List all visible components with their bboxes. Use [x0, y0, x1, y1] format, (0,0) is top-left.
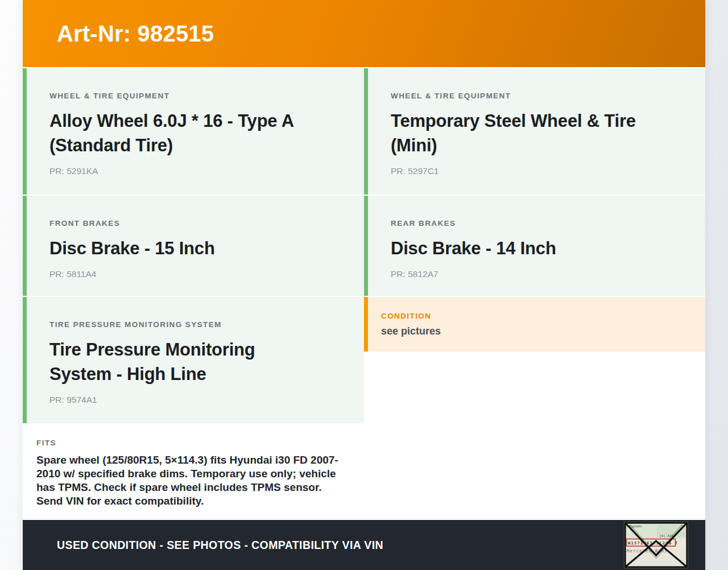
content: WHEEL & TIRE EQUIPMENT Alloy Wheel 6.0J … — [23, 67, 705, 520]
spec-card-pr-code: PR: 5291KA — [49, 166, 341, 176]
spec-card-title: Alloy Wheel 6.0J * 16 - Type A (Standard… — [49, 109, 314, 158]
spec-card-title: Disc Brake - 15 Inch — [49, 236, 314, 261]
condition-value: see pictures — [381, 325, 682, 337]
spec-card-title: Temporary Steel Wheel & Tire (Mini) — [391, 109, 655, 158]
vin-document-envelope-image: Fahrgestellnr. |4| A16 W1571463J3124B 7 … — [624, 522, 688, 568]
spec-card-front-brakes: FRONT BRAKES Disc Brake - 15 Inch PR: 58… — [23, 196, 364, 296]
product-sheet: Art-Nr: 982515 WHEEL & TIRE EQUIPMENT Al… — [23, 0, 705, 570]
header: Art-Nr: 982515 — [23, 0, 705, 67]
spec-card-label: WHEEL & TIRE EQUIPMENT — [391, 92, 682, 101]
spec-card-pr-code: PR: 5297C1 — [391, 166, 682, 176]
spec-card-title: Tire Pressure Monitoring System - High L… — [49, 337, 314, 386]
left-column: WHEEL & TIRE EQUIPMENT Alloy Wheel 6.0J … — [23, 68, 364, 520]
right-column-filler — [364, 352, 705, 520]
spec-card-pr-code: PR: 5812A7 — [391, 269, 682, 279]
spec-card-alloy-wheel: WHEEL & TIRE EQUIPMENT Alloy Wheel 6.0J … — [23, 68, 364, 195]
condition-card: CONDITION see pictures — [364, 297, 705, 352]
right-column: WHEEL & TIRE EQUIPMENT Temporary Steel W… — [364, 68, 705, 520]
fits-label: FITS — [36, 439, 347, 448]
spec-card-tpms: TIRE PRESSURE MONITORING SYSTEM Tire Pre… — [23, 297, 364, 423]
article-number-title: Art-Nr: 982515 — [57, 21, 214, 47]
spec-card-title: Disc Brake - 14 Inch — [391, 236, 655, 261]
condition-label: CONDITION — [381, 312, 682, 320]
spec-card-label: TIRE PRESSURE MONITORING SYSTEM — [49, 320, 341, 329]
spec-card-pr-code: PR: 9574A1 — [49, 395, 341, 405]
spec-card-label: REAR BRAKES — [391, 219, 682, 228]
footer-note: USED CONDITION - SEE PHOTOS - COMPATIBIL… — [57, 539, 383, 552]
spec-card-rear-brakes: REAR BRAKES Disc Brake - 14 Inch PR: 581… — [364, 196, 705, 296]
spec-card-pr-code: PR: 5811A4 — [49, 269, 341, 279]
spec-card-label: WHEEL & TIRE EQUIPMENT — [49, 92, 341, 101]
fits-section: FITS Spare wheel (125/80R15, 5×114.3) fi… — [23, 424, 364, 520]
spec-card-label: FRONT BRAKES — [49, 219, 341, 228]
spec-card-steel-wheel: WHEEL & TIRE EQUIPMENT Temporary Steel W… — [364, 68, 705, 195]
footer: USED CONDITION - SEE PHOTOS - COMPATIBIL… — [23, 520, 705, 570]
fits-description: Spare wheel (125/80R15, 5×114.3) fits Hy… — [36, 453, 347, 508]
